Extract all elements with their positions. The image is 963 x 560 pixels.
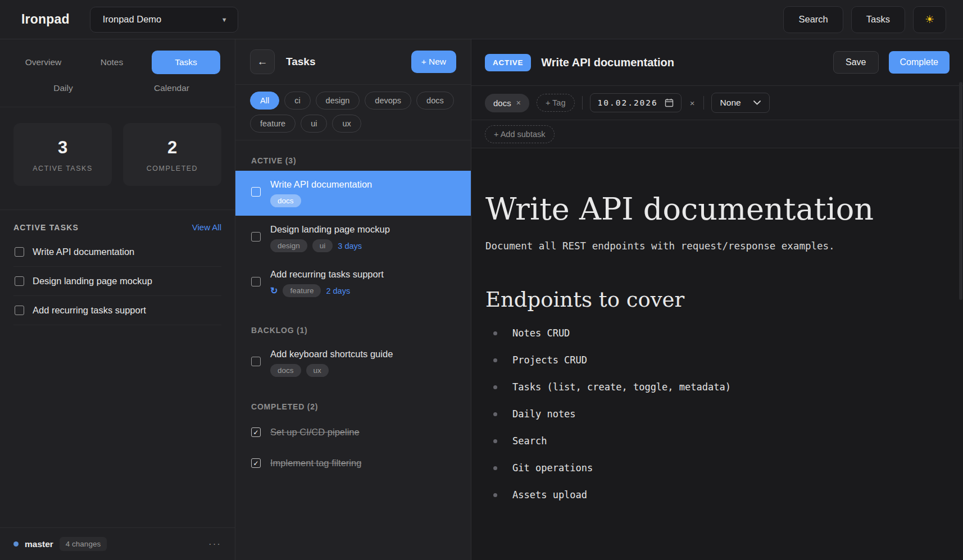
view-all-link[interactable]: View All <box>192 222 221 232</box>
task-title: Implement tag filtering <box>270 458 361 468</box>
nav-item-daily[interactable]: Daily <box>9 83 117 93</box>
list-item: Search <box>485 427 941 454</box>
task-meta: ↻ feature 2 days <box>270 284 384 297</box>
tasks-shortcut-button[interactable]: Tasks <box>851 6 905 33</box>
sidebar-nav-row-1: Overview Notes Tasks <box>9 51 226 74</box>
dropdown-caret-icon: ▼ <box>221 16 228 23</box>
filter-pill-design[interactable]: design <box>316 92 360 110</box>
task-checkbox[interactable] <box>251 232 261 242</box>
list-item: Tasks (list, create, toggle, metadata) <box>485 374 941 400</box>
branch-name[interactable]: master <box>25 539 53 549</box>
tag-badge: design <box>270 239 307 252</box>
task-row-completed[interactable]: ✓ Set up CI/CD pipeline <box>235 417 471 448</box>
list-item: Notes CRUD <box>485 320 941 347</box>
task-row[interactable]: Design landing page mockup design ui 3 d… <box>235 216 471 261</box>
task-title: Design landing page mockup <box>270 224 390 235</box>
stat-card-completed: 2 COMPLETED <box>123 123 221 186</box>
bullet-icon <box>493 358 497 362</box>
status-badge: ACTIVE <box>485 54 531 71</box>
filter-pill-ui[interactable]: ui <box>301 115 327 133</box>
save-button[interactable]: Save <box>833 51 878 74</box>
task-title: Add keyboard shortcuts guide <box>270 349 393 359</box>
recurring-icon: ↻ <box>270 285 278 296</box>
recurrence-select[interactable]: None <box>711 93 770 113</box>
sidebar-nav-row-2: Daily Calendar <box>9 83 226 93</box>
scrollbar-thumb[interactable] <box>959 82 962 300</box>
calendar-icon <box>665 98 674 107</box>
list-item: Projects CRUD <box>485 347 941 374</box>
tag-badge: docs <box>270 364 301 377</box>
filter-pill-docs[interactable]: docs <box>416 92 454 110</box>
stat-card-active-tasks: 3 ACTIVE TASKS <box>13 123 112 186</box>
nav-item-notes[interactable]: Notes <box>78 57 146 67</box>
task-row-completed[interactable]: ✓ Implement tag filtering <box>235 448 471 479</box>
add-subtask-button[interactable]: + Add subtask <box>485 125 555 143</box>
due-date-input[interactable]: 10.02.2026 <box>590 93 682 112</box>
bullet-text: Daily notes <box>512 408 576 420</box>
active-tasks-header: ACTIVE TASKS View All <box>13 222 221 232</box>
document-editor[interactable]: Write API documentation Document all RES… <box>471 148 963 560</box>
task-row[interactable]: Add recurring tasks support ↻ feature 2 … <box>235 261 471 306</box>
back-button[interactable]: ← <box>250 49 275 74</box>
theme-toggle-button[interactable]: ☀ <box>913 6 946 33</box>
task-meta: docs ux <box>270 364 393 377</box>
project-selector[interactable]: Ironpad Demo ▼ <box>90 7 238 33</box>
new-task-button[interactable]: + New <box>411 51 456 73</box>
task-checkbox[interactable] <box>15 247 24 257</box>
task-row-selected[interactable]: Write API documentation docs <box>235 171 471 216</box>
task-checkbox[interactable] <box>251 187 261 197</box>
nav-item-overview[interactable]: Overview <box>9 57 78 67</box>
filter-pill-devops[interactable]: devops <box>365 92 411 110</box>
remove-tag-icon[interactable]: × <box>516 98 521 107</box>
task-title: Write API documentation <box>270 179 372 190</box>
due-date-value: 10.02.2026 <box>598 98 658 107</box>
main-layout: Overview Notes Tasks Daily Calendar 3 AC… <box>0 39 963 560</box>
subtask-row: + Add subtask <box>471 120 963 148</box>
task-title: Add recurring tasks support <box>270 269 384 280</box>
complete-button[interactable]: Complete <box>889 51 950 74</box>
task-checkbox[interactable] <box>15 276 24 286</box>
add-tag-button[interactable]: + Tag <box>537 94 575 112</box>
list-item[interactable]: Design landing page mockup <box>13 267 221 296</box>
chevron-down-icon <box>753 101 761 105</box>
detail-title-row: ACTIVE Write API documentation Save Comp… <box>471 39 963 86</box>
bullet-text: Notes CRUD <box>512 327 570 339</box>
list-item[interactable]: Write API documentation <box>13 238 221 267</box>
task-checkbox-checked[interactable]: ✓ <box>251 427 261 437</box>
bullet-icon <box>493 493 497 497</box>
tag-chip-docs[interactable]: docs × <box>485 94 529 112</box>
stat-value: 3 <box>18 138 107 158</box>
bullet-text: Projects CRUD <box>512 354 587 366</box>
due-date-text: 3 days <box>338 242 362 251</box>
list-item: Assets upload <box>485 481 941 508</box>
task-title: Set up CI/CD pipeline <box>270 427 360 438</box>
filter-pill-feature[interactable]: feature <box>250 115 296 133</box>
task-detail-panel: ACTIVE Write API documentation Save Comp… <box>471 39 963 560</box>
filter-pill-ci[interactable]: ci <box>284 92 310 110</box>
changes-badge[interactable]: 4 changes <box>60 537 107 551</box>
tasks-panel-header: ← Tasks + New <box>235 39 471 85</box>
clear-date-icon[interactable]: × <box>689 98 696 108</box>
list-item[interactable]: Add recurring tasks support <box>13 296 221 325</box>
branch-dot-icon <box>13 541 19 547</box>
sidebar-spacer <box>0 325 235 527</box>
filter-pill-all[interactable]: All <box>250 92 279 110</box>
more-options-icon[interactable]: ··· <box>208 539 221 550</box>
task-row[interactable]: Add keyboard shortcuts guide docs ux <box>235 340 471 385</box>
divider <box>703 96 704 110</box>
due-date-text: 2 days <box>326 286 350 295</box>
nav-item-calendar[interactable]: Calendar <box>117 83 226 93</box>
task-checkbox[interactable] <box>15 306 24 315</box>
task-checkbox[interactable] <box>251 357 261 366</box>
git-status-bar: master 4 changes ··· <box>0 527 235 560</box>
tag-badge: ux <box>306 364 329 377</box>
filter-pill-ux[interactable]: ux <box>332 115 361 133</box>
tasks-panel-title: Tasks <box>286 56 411 68</box>
task-meta: docs <box>270 194 372 207</box>
active-tasks-list: Write API documentation Design landing p… <box>13 238 221 325</box>
task-row-body: Design landing page mockup design ui 3 d… <box>270 224 390 252</box>
task-checkbox[interactable] <box>251 277 261 286</box>
task-checkbox-checked[interactable]: ✓ <box>251 458 261 468</box>
search-button[interactable]: Search <box>783 6 843 33</box>
nav-item-tasks[interactable]: Tasks <box>152 51 220 74</box>
